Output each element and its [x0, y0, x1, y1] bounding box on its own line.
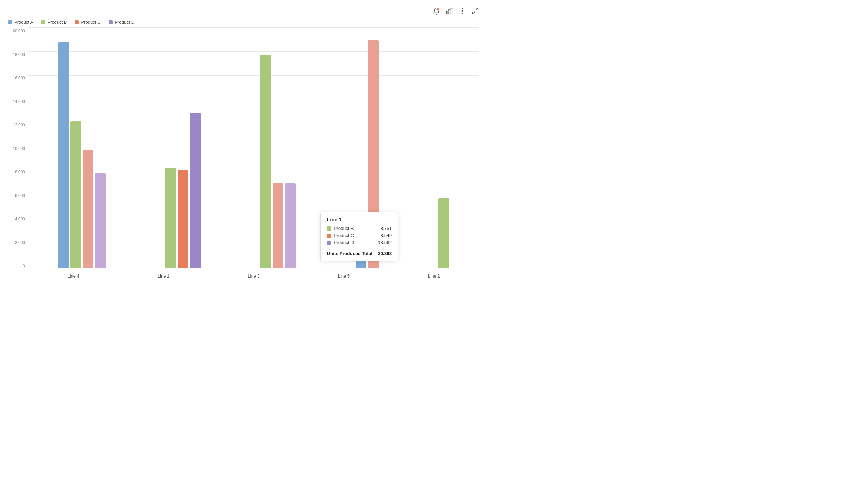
bar-line-3-product-d[interactable] — [285, 183, 296, 268]
bar-line-2-product-b[interactable] — [438, 198, 449, 268]
x-label-line-2: Line 2 — [428, 274, 440, 278]
tooltip-row: Product B 8.751 — [327, 226, 392, 231]
tooltip-product: Product D — [334, 240, 354, 245]
tooltip: Line 1 Product B 8.751 Product C 8.549 P… — [320, 211, 398, 261]
legend-item-product-a[interactable]: Product A — [8, 20, 33, 25]
chart-inner: Line 4Line 1Line 3Line 5Line 2 — [29, 27, 479, 278]
collapse-icon[interactable] — [471, 8, 479, 15]
tooltip-title: Line 1 — [327, 217, 392, 222]
legend-item-product-c[interactable]: Product C — [75, 20, 100, 25]
y-axis: 20,00018,00016,00014,00012,00010,0008,00… — [8, 27, 29, 278]
svg-rect-3 — [451, 9, 452, 14]
bar-line-4-product-c[interactable] — [82, 150, 93, 268]
y-label: 14,000 — [12, 99, 25, 104]
bar-line-1-product-d[interactable] — [190, 113, 201, 268]
y-label: 0 — [23, 264, 25, 268]
svg-rect-1 — [446, 11, 448, 14]
svg-rect-2 — [448, 10, 450, 14]
y-label: 10,000 — [12, 146, 25, 151]
bar-line-3-product-c[interactable] — [273, 183, 284, 268]
svg-point-0 — [437, 8, 440, 11]
tooltip-row: Product C 8.549 — [327, 233, 392, 238]
chart-icon[interactable] — [445, 8, 453, 15]
bars-container — [29, 27, 479, 278]
x-labels: Line 4Line 1Line 3Line 5Line 2 — [29, 274, 479, 278]
y-label: 18,000 — [12, 53, 25, 57]
x-label-line-3: Line 3 — [248, 274, 259, 278]
bar-line-4-product-d[interactable] — [95, 173, 106, 268]
header: ⋮ — [8, 7, 479, 15]
tooltip-value: 8.751 — [380, 226, 392, 231]
bar-group-line-2 — [438, 198, 449, 268]
bar-line-1-product-b[interactable] — [165, 168, 176, 268]
bar-line-1-product-c[interactable] — [178, 170, 188, 268]
x-label-line-1: Line 1 — [158, 274, 169, 278]
alert-icon[interactable] — [433, 8, 440, 15]
bar-group-line-1 — [165, 113, 201, 268]
tooltip-value: 8.549 — [380, 233, 392, 238]
svg-line-5 — [473, 12, 475, 14]
tooltip-total-label: Units Produced Total — [327, 251, 373, 256]
y-label: 2,000 — [15, 240, 25, 245]
y-label: 8,000 — [15, 170, 25, 174]
header-actions: ⋮ — [433, 7, 479, 15]
more-icon[interactable]: ⋮ — [458, 7, 466, 15]
y-label: 6,000 — [15, 193, 25, 198]
legend: Product AProduct BProduct CProduct D — [8, 20, 479, 25]
y-label: 20,000 — [12, 29, 25, 33]
y-label: 4,000 — [15, 217, 25, 221]
bar-line-4-product-a[interactable] — [58, 42, 69, 268]
bar-group-line-3 — [260, 55, 296, 268]
chart-area: 20,00018,00016,00014,00012,00010,0008,00… — [8, 27, 479, 278]
page-container: ⋮ Product AProduct BProduct CProduct D 2… — [0, 0, 487, 284]
bar-group-line-4 — [58, 42, 106, 268]
tooltip-product: Product C — [334, 233, 354, 238]
y-label: 16,000 — [12, 76, 25, 80]
tooltip-value: 13.562 — [378, 240, 392, 245]
bar-line-4-product-b[interactable] — [70, 121, 81, 268]
x-label-line-5: Line 5 — [338, 274, 350, 278]
legend-item-product-b[interactable]: Product B — [41, 20, 67, 25]
legend-item-product-d[interactable]: Product D — [109, 20, 134, 25]
tooltip-row: Product D 13.562 — [327, 240, 392, 245]
tooltip-product: Product B — [334, 226, 354, 231]
tooltip-total-value: 30.862 — [378, 251, 392, 256]
y-label: 12,000 — [12, 123, 25, 127]
bar-line-3-product-b[interactable] — [260, 55, 271, 268]
x-label-line-4: Line 4 — [67, 274, 79, 278]
tooltip-total: Units Produced Total 30.862 — [327, 248, 392, 256]
svg-line-4 — [476, 9, 478, 11]
